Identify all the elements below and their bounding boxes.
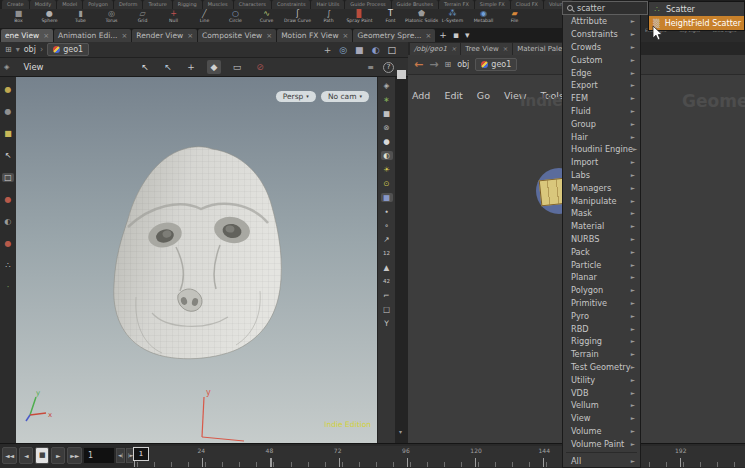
tab-menu-category-polygon[interactable]: Polygon► [563, 284, 640, 297]
tab-menu-category-material[interactable]: Material► [563, 220, 640, 233]
shelf-tab-guide-process[interactable]: Guide Process [345, 0, 390, 9]
tab-menu-category-rigging[interactable]: Rigging► [563, 335, 640, 348]
forward-arrow-icon[interactable]: → [429, 58, 438, 71]
tab-menu-category-import[interactable]: Import► [563, 156, 640, 169]
select-objects-icon[interactable]: ↖ [161, 60, 175, 74]
result-scatter[interactable]: ∴Scatter [649, 2, 744, 16]
tab-menu-category-manipulate[interactable]: Manipulate► [563, 194, 640, 207]
tab-ene-view[interactable]: ene View× [1, 29, 53, 42]
tab-menu-category-labs[interactable]: Labs► [563, 169, 640, 182]
tab-composite-view[interactable]: Composite View× [198, 29, 276, 42]
shelf-tool-sphere[interactable]: ●Sphere [34, 9, 65, 23]
tool-ball-icon[interactable]: ● [5, 85, 12, 94]
tab-menu-category-export[interactable]: Export► [563, 79, 640, 92]
translate-icon[interactable]: + [184, 60, 198, 74]
box-select-icon[interactable]: ▭ [230, 60, 244, 74]
tab-menu-search[interactable]: scatter [562, 1, 648, 15]
shelf-tab-model[interactable]: Model [57, 0, 82, 9]
tab-menu-category-hair[interactable]: Hair► [563, 130, 640, 143]
splitter-handle[interactable] [397, 70, 406, 79]
jump-end-button[interactable]: ►► [67, 447, 82, 464]
shelf-tab-rigging[interactable]: Rigging [173, 0, 202, 9]
menu-go[interactable]: Go [477, 90, 490, 101]
node-list-icon[interactable]: ⊞ [5, 45, 12, 54]
wireframe-icon[interactable]: ∗ [381, 95, 393, 104]
tab-menu-category-nurbs[interactable]: NURBS► [563, 233, 640, 246]
marquee-icon[interactable]: □ [381, 305, 393, 314]
network-breadcrumb-node-chip[interactable]: geo1 [475, 58, 517, 71]
shelf-tab-characters[interactable]: Characters [234, 0, 271, 9]
visibility-icon[interactable]: ◈ [381, 81, 393, 90]
cube-icon[interactable]: ■ [355, 45, 364, 55]
shelf-tab-guide-brushes[interactable]: Guide Brushes [392, 0, 438, 9]
playhead-marker[interactable]: 1 [133, 447, 149, 461]
target-icon[interactable]: ◎ [339, 45, 347, 55]
shelf-tool-path[interactable]: ∫Path [313, 9, 344, 23]
scale-tool-icon[interactable]: ● [5, 239, 12, 248]
tab-menu-category-utility[interactable]: Utility► [563, 373, 640, 386]
shelf-tab-simple-fx[interactable]: Simple FX [475, 0, 510, 9]
shelf-tool-curve[interactable]: ∿Curve [251, 9, 282, 23]
jump-start-button[interactable]: ◄◄ [2, 447, 17, 464]
tab-menu-category-edge[interactable]: Edge► [563, 66, 640, 79]
menu-edit[interactable]: Edit [444, 90, 462, 101]
lock-icon[interactable]: ■ [381, 109, 393, 118]
tab-menu-category-fem[interactable]: FEM► [563, 92, 640, 105]
prim-numbers-icon[interactable]: 42 [381, 277, 393, 286]
shelf-tab-modify[interactable]: Modify [30, 0, 57, 9]
shelf-tool-l-system[interactable]: ⁂L-System [437, 9, 468, 23]
tab-tree-view[interactable]: Tree View× [461, 43, 512, 55]
shading-icon[interactable]: ■ [381, 193, 393, 202]
tab-menu-category-vdb[interactable]: VDB► [563, 386, 640, 399]
vertex-icon[interactable]: ∘ [381, 221, 393, 230]
shelf-tab-cloud-fx[interactable]: Cloud FX [511, 0, 543, 9]
tab-obj-geo1[interactable]: /obj/geo1× [410, 43, 460, 55]
step-back-button[interactable]: ◄| [116, 448, 125, 463]
tab-menu-category-all[interactable]: All► [563, 455, 640, 468]
material-sphere-icon[interactable]: ● [381, 137, 393, 146]
display-options-icon[interactable]: ≡ [367, 63, 374, 72]
search-input[interactable]: scatter [577, 4, 605, 13]
shelf-tab-polygon[interactable]: Polygon [83, 0, 113, 9]
shelf-tab-deform[interactable]: Deform [114, 0, 143, 9]
select-icon[interactable]: ↖ [138, 60, 152, 74]
tab-menu-category-crowds[interactable]: Crowds► [563, 41, 640, 54]
breadcrumb-node-chip[interactable]: geo1 [47, 43, 89, 56]
rotate-tool-icon[interactable]: ◐ [5, 217, 12, 226]
tab-geometry-spre[interactable]: Geometry Spre...× [353, 29, 435, 42]
shelf-tab-hair-utils[interactable]: Hair Utils [311, 0, 344, 9]
network-breadcrumb-context[interactable]: obj [457, 60, 469, 69]
shelf-tool-platonic-solids[interactable]: ⬟Platonic Solids [406, 9, 437, 23]
shelf-tool-circle[interactable]: ○Circle [220, 9, 251, 23]
shelf-tool-draw-curve[interactable]: ʃDraw Curve [282, 9, 313, 23]
shelf-tool-box[interactable]: ■Box [3, 9, 34, 23]
close-icon[interactable]: × [503, 44, 508, 55]
tab-animation-edi[interactable]: Animation Edi...× [54, 29, 131, 42]
tool-box-icon[interactable]: ■ [4, 129, 12, 138]
shelf-tool-metaball[interactable]: ◉Metaball [468, 9, 499, 23]
close-icon[interactable]: × [451, 44, 456, 55]
breadcrumb-context[interactable]: obj [24, 45, 36, 54]
tab-menu-category-primitive[interactable]: Primitive► [563, 297, 640, 310]
misc-tool-icon[interactable]: · [7, 283, 10, 292]
perspective-menu-button[interactable]: Persp ▾ [276, 91, 316, 102]
play-button[interactable]: ► [51, 447, 65, 464]
tab-menu-category-vellum[interactable]: Vellum► [563, 399, 640, 412]
move-tool-icon[interactable]: ● [5, 195, 12, 204]
tab-menu-category-houdini-engine[interactable]: Houdini Engine► [563, 143, 640, 156]
pin-icon[interactable]: + [324, 45, 332, 55]
normals-icon[interactable]: ↗ [381, 235, 393, 244]
tab-menu-category-managers[interactable]: Managers► [563, 181, 640, 194]
current-tool-icon[interactable]: ◆ [207, 60, 221, 74]
tab-menu-category-test-geometry[interactable]: Test Geometry► [563, 361, 640, 374]
tab-menu-category-volume[interactable]: Volume► [563, 425, 640, 438]
shelf-tab-constraints[interactable]: Constraints [272, 0, 311, 9]
lighting-icon[interactable]: ◐ [381, 151, 393, 160]
snap-tool-icon[interactable]: ∴ [5, 261, 10, 270]
tab-menu-category-custom[interactable]: Custom► [563, 53, 640, 66]
viewport-canvas[interactable]: y x y Persp ▾ No cam ▾ Indie Edition [16, 77, 377, 443]
tab-menu-category-mask[interactable]: Mask► [563, 207, 640, 220]
tab-style-button[interactable]: ▪ [453, 30, 459, 40]
shelf-tab-create[interactable]: Create [2, 0, 29, 9]
tab-menu-category-view[interactable]: View► [563, 412, 640, 425]
